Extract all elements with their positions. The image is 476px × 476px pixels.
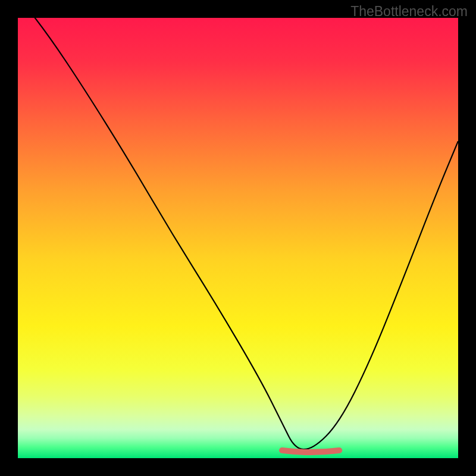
optimum-marker <box>282 450 339 452</box>
bottleneck-curve <box>18 18 458 449</box>
curve-layer <box>18 18 458 458</box>
plot-area <box>18 18 458 458</box>
attribution-text: TheBottleneck.com <box>350 4 468 20</box>
chart-frame: TheBottleneck.com <box>0 0 476 476</box>
